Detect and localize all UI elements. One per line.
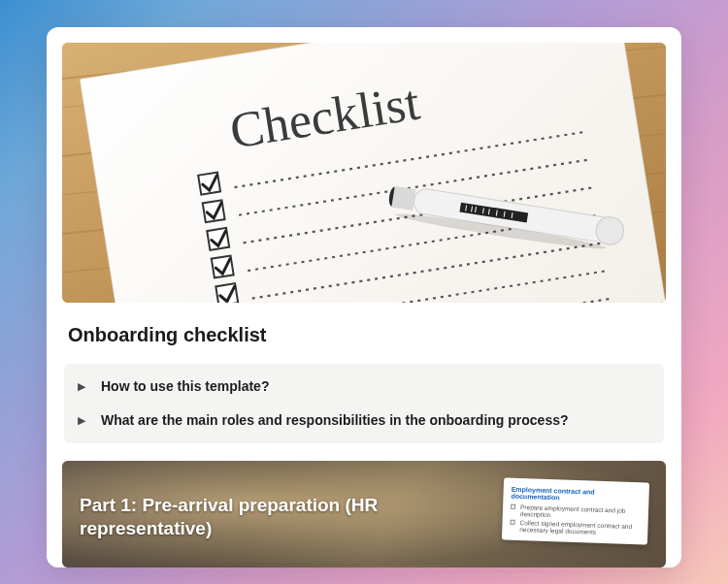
toggle-how-to-use[interactable]: ▶ How to use this template? [64,370,664,404]
subcard-line-text: Collect signed employment contract and n… [519,519,640,536]
subcard-line-text: Prepare employment contract and job desc… [520,503,641,521]
part-1-banner: Part 1: Pre-arrival preparation (HR repr… [62,461,666,568]
caret-right-icon: ▶ [78,381,89,392]
caret-right-icon: ▶ [78,415,89,426]
subcard-line: Collect signed employment contract and n… [510,518,640,536]
checkbox-icon [511,503,515,508]
part-1-heading: Part 1: Pre-arrival preparation (HR repr… [80,494,443,541]
toggle-roles-responsibilities[interactable]: ▶ What are the main roles and responsibi… [64,404,664,438]
hero-image-checklist: Checklist [62,43,666,303]
part-1-subcard: Employment contract and documentation Pr… [502,477,649,544]
checkbox-icon [510,519,514,524]
toggle-group: ▶ How to use this template? ▶ What are t… [64,364,664,443]
subcard-line: Prepare employment contract and job desc… [511,503,641,521]
svg-rect-26 [391,186,415,211]
toggle-label: What are the main roles and responsibili… [101,411,569,430]
page-title: Onboarding checklist [68,324,660,346]
document-card: Checklist [47,27,681,568]
toggle-label: How to use this template? [101,377,269,396]
subcard-title: Employment contract and documentation [511,485,641,503]
